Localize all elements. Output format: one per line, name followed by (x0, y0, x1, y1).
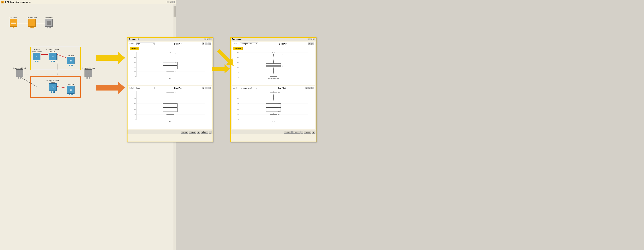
col-sel-bot-label: Column SelectionWidget (46, 79, 59, 83)
box-plot-top-body[interactable]: ▦ (67, 57, 74, 64)
close-btn[interactable]: ✕ (172, 1, 175, 3)
comp1-top-dropdown[interactable]: age ▾ (136, 43, 154, 45)
cs-bot-port2 (53, 91, 54, 93)
comp2-bot-plot-title: Box Plot (259, 87, 304, 89)
comp2-bot-label-text: Label (233, 87, 238, 89)
csv-out-port (13, 27, 14, 28)
cs-top-port2 (53, 61, 54, 62)
comp1-close-arrow[interactable]: ▾ (209, 131, 212, 133)
svg-point-104 (273, 92, 274, 92)
orange-arrow-1 (96, 81, 125, 95)
comp1-minimize[interactable]: — (204, 38, 206, 40)
comp1-maximize[interactable]: □ (207, 38, 209, 40)
component-window-2: Component — □ ✕ Label hours-per-week ▾ B… (230, 37, 316, 142)
component-output-body[interactable]: ◁ (84, 69, 92, 77)
comp2-bot-icon2[interactable]: i (308, 87, 311, 89)
svg-text:age: age (272, 120, 275, 122)
comp1-title-btns: — □ ✕ (204, 38, 212, 40)
comp1-bot-icon3[interactable]: ⋮ (208, 87, 210, 89)
column-filter-ports (30, 27, 34, 28)
comp1-icon3[interactable]: ⋮ (208, 43, 210, 45)
column-selection-top-node[interactable]: Column SelectionWidget ⊞ (46, 49, 59, 62)
minimize-btn[interactable]: — (167, 1, 169, 3)
svg-text:40: 40 (282, 66, 283, 68)
box-plot-bot-node[interactable]: Box Plot ▦ (67, 84, 74, 95)
csv-reader-body[interactable] (10, 19, 17, 27)
comp2-icon2[interactable]: i (312, 43, 314, 45)
refresh-button-node[interactable]: RefreshButton Widget ↻ (32, 49, 42, 62)
comp2-bot-icon3[interactable]: ⋮ (312, 87, 314, 89)
comp2-apply-btn[interactable]: Apply (292, 131, 300, 133)
refresh-button-body[interactable]: ↻ (33, 53, 40, 60)
svg-text:17: 17 (278, 114, 280, 115)
comp2-title-btns: — □ ✕ (308, 38, 315, 40)
comp1-icon1[interactable]: ⊞ (202, 43, 204, 45)
comp1-icon2[interactable]: i (205, 43, 208, 45)
boxplot-bot-icon: ▦ (70, 89, 72, 91)
bp-bot-port1 (69, 94, 70, 95)
comp2-icon1[interactable]: ⊞ (308, 43, 311, 45)
comp1-top-refresh-btn[interactable]: Refresh (130, 47, 139, 50)
comp2-bot-dropdown[interactable]: hours-per-week ▾ (240, 87, 258, 89)
col-sel-bot-body[interactable]: ⊞ (49, 83, 56, 91)
comp2-apply-arrow[interactable]: ▾ (300, 131, 303, 133)
svg-text:20: 20 (238, 72, 239, 73)
comp2-bot-icons: ⊞ i ⋮ (305, 87, 314, 89)
csv-reader-node[interactable]: CSV Reader (9, 17, 18, 28)
comp2-top-dropdown[interactable]: hours-per-week ▾ (240, 43, 258, 45)
svg-text:20: 20 (238, 114, 239, 116)
column-filter-body[interactable]: ⬧ (28, 19, 36, 27)
component-input-node[interactable]: Component Input ▷ (13, 67, 26, 79)
svg-text:20: 20 (134, 114, 136, 116)
comp1-apply-arrow[interactable]: ▾ (197, 131, 200, 133)
component-output-node[interactable]: Component Output ◁ (82, 67, 95, 79)
svg-text:40: 40 (134, 66, 136, 68)
box-plot-top-node[interactable]: Box Plot ▦ (67, 54, 74, 66)
comp1-close-btn[interactable]: Close (200, 131, 208, 133)
svg-text:0: 0 (238, 77, 239, 78)
col-sel-top-body[interactable]: ⊞ (49, 53, 56, 60)
comp2-bottom-bar: Reset Apply ▾ Close ▾ (231, 130, 316, 134)
svg-text:0: 0 (135, 119, 136, 121)
component-body[interactable] (45, 19, 52, 27)
component-input-body[interactable]: ▷ (16, 69, 24, 77)
refresh-button-ports (35, 61, 38, 62)
box-plot-bot-body[interactable]: ▦ (67, 86, 74, 94)
col-sel-top-ports (51, 61, 54, 62)
svg-point-75 (274, 53, 274, 54)
comp2-title: Component (232, 38, 242, 40)
comp2-maximize[interactable]: □ (310, 38, 312, 40)
svg-text:60: 60 (238, 103, 239, 105)
maximize-btn[interactable]: □ (170, 1, 172, 3)
comp1-reset-btn[interactable]: Reset (181, 131, 188, 133)
svg-marker-10 (96, 82, 125, 94)
co-port2 (89, 77, 90, 79)
comp1-apply-btn[interactable]: Apply (189, 131, 196, 133)
comp1-bot-dropdown[interactable]: age ▾ (136, 87, 154, 89)
co-port1 (86, 77, 88, 79)
column-selection-bot-node[interactable]: Column SelectionWidget ⊞ (46, 79, 59, 93)
comp2-bot-icon1[interactable]: ⊞ (305, 87, 308, 89)
comp1-bot-icon1[interactable]: ⊞ (202, 87, 204, 89)
comp2-top-refresh-area: Refresh (232, 46, 315, 51)
comp2-close[interactable]: ✕ (313, 38, 315, 40)
comp1-close[interactable]: ✕ (209, 38, 212, 40)
comp2-minimize[interactable]: — (308, 38, 310, 40)
component-output-ports (86, 77, 90, 79)
component-node[interactable]: Component (44, 17, 53, 28)
svg-text:26: 26 (175, 68, 176, 70)
comp2-close-arrow[interactable]: ▾ (312, 131, 315, 133)
svg-text:80: 80 (134, 57, 136, 58)
comp2-top-panel: Label hours-per-week ▾ Box Plot ⊞ i Refr… (232, 42, 315, 85)
component-input-label: Component Input (13, 67, 26, 69)
svg-text:100: 100 (237, 52, 239, 53)
comp1-bot-label-text: Label (130, 87, 135, 89)
column-filter-node[interactable]: Column Filter ⬧ (27, 17, 37, 28)
comp2-reset-btn[interactable]: Reset (284, 131, 292, 133)
comp1-bot-icon2[interactable]: i (205, 87, 208, 89)
input-icon: ▷ (19, 72, 20, 74)
comp2-close-btn[interactable]: Close (304, 131, 312, 133)
scrollbar-thumb[interactable] (174, 6, 176, 17)
cs-bot-port1 (51, 91, 52, 93)
comp2-top-refresh-btn[interactable]: Refresh (233, 47, 243, 50)
